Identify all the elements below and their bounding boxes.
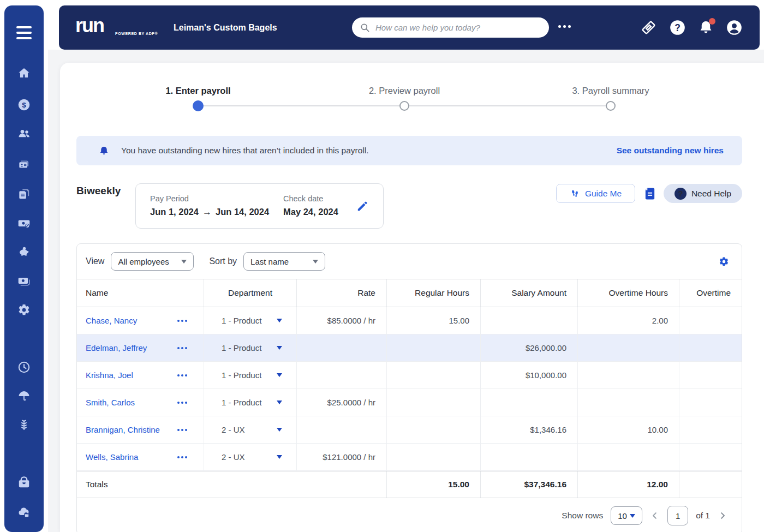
id-card-icon[interactable] [17, 157, 31, 171]
row-menu-icon[interactable] [177, 320, 187, 322]
rate-cell[interactable]: $85.0000 / hr [296, 307, 386, 334]
overtime-cell[interactable] [679, 334, 742, 361]
need-help-label: Need Help [691, 189, 731, 199]
user-avatar-icon[interactable] [726, 19, 743, 36]
chevron-down-icon [277, 319, 282, 322]
documents-icon[interactable] [17, 187, 31, 201]
overtime-cell[interactable] [679, 307, 742, 334]
more-options-icon[interactable] [558, 25, 571, 28]
payroll-notes-icon[interactable] [642, 186, 658, 201]
page-number-input[interactable] [667, 506, 688, 525]
rate-cell[interactable] [296, 334, 386, 361]
next-page-icon[interactable] [718, 511, 727, 521]
sort-dropdown[interactable]: Last name [243, 252, 325, 271]
arrow-right-icon: → [199, 207, 216, 217]
see-outstanding-new-hires-link[interactable]: See outstanding new hires [617, 146, 724, 156]
clock-icon[interactable] [17, 360, 31, 374]
regular-hours-cell[interactable] [386, 334, 480, 361]
overtime-hours-cell[interactable] [577, 444, 679, 470]
overtime-cell[interactable] [679, 389, 742, 416]
pay-period-value: Jun 1, 2024→Jun 14, 2024 [150, 207, 269, 218]
overtime-hours-cell[interactable]: 2.00 [577, 307, 679, 334]
regular-hours-cell[interactable]: 15.00 [386, 307, 480, 334]
row-menu-icon[interactable] [177, 429, 187, 431]
table-settings-gear-icon[interactable] [718, 256, 730, 267]
department-dropdown[interactable]: 2 - UX [204, 444, 296, 470]
money-check-icon[interactable] [17, 216, 31, 230]
department-dropdown[interactable]: 1 - Product [204, 362, 296, 388]
row-menu-icon[interactable] [177, 347, 187, 349]
bag-icon[interactable] [17, 475, 31, 489]
employee-name-link[interactable]: Edelman, Jeffrey [86, 343, 147, 352]
department-dropdown[interactable]: 1 - Product [204, 307, 296, 334]
row-menu-icon[interactable] [177, 456, 187, 458]
employee-name-link[interactable]: Krishna, Joel [86, 370, 133, 380]
piggy-bank-icon[interactable] [17, 245, 31, 259]
show-rows-dropdown[interactable]: 10 [611, 506, 642, 525]
guide-me-button[interactable]: Guide Me [556, 184, 635, 203]
employee-name-link[interactable]: Chase, Nancy [86, 316, 137, 325]
search-input[interactable] [375, 23, 541, 32]
rate-cell[interactable]: $121.0000 / hr [296, 444, 386, 470]
rate-cell[interactable]: $25.0000 / hr [296, 389, 386, 416]
salary-amount-cell[interactable]: $26,000.00 [480, 334, 577, 361]
salary-amount-cell[interactable] [480, 444, 577, 470]
overtime-hours-cell[interactable] [577, 362, 679, 388]
view-value: All employees [118, 257, 169, 266]
employee-name-link[interactable]: Smith, Carlos [86, 398, 135, 407]
pay-period-start: Jun 1, 2024 [150, 207, 199, 217]
regular-hours-cell[interactable] [386, 416, 480, 443]
overtime-cell[interactable] [679, 416, 742, 443]
umbrella-icon[interactable] [17, 389, 31, 403]
overtime-cell[interactable] [679, 362, 742, 388]
notifications-bell-icon[interactable] [697, 19, 714, 36]
need-help-button[interactable]: ? Need Help [664, 184, 742, 203]
salary-amount-cell[interactable] [480, 389, 577, 416]
salary-amount-cell[interactable] [480, 307, 577, 334]
employee-name-link[interactable]: Wells, Sabrina [86, 452, 138, 462]
overtime-cell[interactable] [679, 444, 742, 470]
ticket-icon[interactable] [640, 19, 657, 36]
previous-page-icon[interactable] [650, 511, 660, 521]
menu-icon[interactable] [16, 26, 32, 39]
step-2-circle[interactable] [399, 101, 409, 111]
payroll-dollar-icon[interactable]: $ [17, 98, 31, 112]
table-pagination: Show rows 10 of 1 [77, 498, 742, 532]
rate-cell[interactable] [296, 362, 386, 388]
salary-amount-cell[interactable]: $1,346.16 [480, 416, 577, 443]
regular-hours-cell[interactable] [386, 389, 480, 416]
row-menu-icon[interactable] [177, 402, 187, 404]
chevron-down-icon [630, 514, 635, 518]
cash-stack-icon[interactable] [17, 274, 31, 288]
run-logo[interactable]: run [75, 14, 104, 37]
row-menu-icon[interactable] [177, 374, 187, 376]
home-icon[interactable] [17, 66, 31, 80]
department-dropdown[interactable]: 1 - Product [204, 389, 296, 416]
department-dropdown[interactable]: 2 - UX [204, 416, 296, 443]
table-controls: View All employees Sort by Last name [77, 244, 742, 279]
employee-name-link[interactable]: Brannigan, Christine [86, 425, 160, 434]
help-icon[interactable]: ? [669, 19, 686, 36]
regular-hours-cell[interactable] [386, 444, 480, 470]
caduceus-icon[interactable] [17, 418, 31, 432]
chevron-down-icon [277, 346, 282, 350]
svg-text:$: $ [22, 101, 26, 109]
search-bar[interactable] [352, 17, 549, 38]
cloud-lock-icon[interactable] [17, 505, 31, 519]
banner-message: You have outstanding new hires that aren… [121, 146, 369, 156]
rate-cell[interactable] [296, 416, 386, 443]
regular-hours-cell[interactable] [386, 362, 480, 388]
overtime-hours-cell[interactable]: 10.00 [577, 416, 679, 443]
step-3-circle[interactable] [606, 101, 616, 111]
edit-pencil-icon[interactable] [356, 200, 369, 213]
settings-gear-icon[interactable] [17, 303, 31, 317]
department-dropdown[interactable]: 1 - Product [204, 334, 296, 361]
table-header-row: Name Department Rate Regular Hours Salar… [77, 279, 742, 307]
overtime-hours-cell[interactable] [577, 389, 679, 416]
salary-amount-cell[interactable]: $10,000.00 [480, 362, 577, 388]
step-1-dot[interactable] [193, 100, 204, 111]
view-dropdown[interactable]: All employees [111, 252, 194, 271]
chevron-down-icon [313, 260, 318, 264]
overtime-hours-cell[interactable] [577, 334, 679, 361]
people-icon[interactable] [17, 127, 31, 141]
